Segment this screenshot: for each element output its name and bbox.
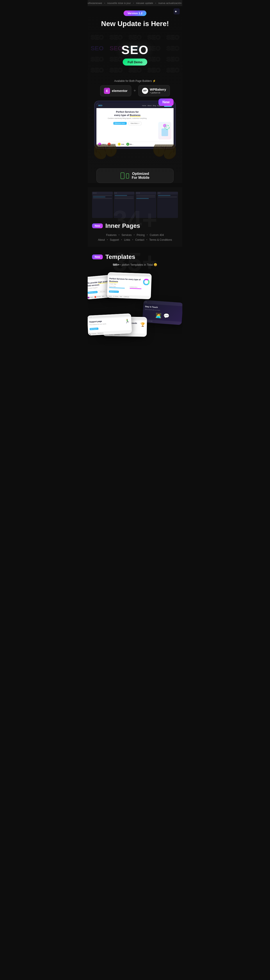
- link-services: Services: [121, 234, 132, 237]
- elementor-badge[interactable]: E elementor: [100, 85, 131, 96]
- hero-section: ✦ Version 1.2 New Update is Here! SEOSEO…: [88, 6, 182, 183]
- tablet-illustration: [158, 122, 171, 139]
- tablet-logo: SEO: [98, 104, 102, 107]
- tablet-headline: Perfect Services for every type of Busin…: [99, 110, 156, 117]
- seo-main-text: SEO: [121, 43, 149, 57]
- brand-icon: ✦: [174, 8, 180, 15]
- link-features: Features: [106, 234, 117, 237]
- tablet-sub: Combine seamlessly fitting layouts, cust…: [99, 118, 156, 119]
- ticker-bar: обновление • nouvelle mise à jour • nieu…: [88, 0, 182, 6]
- ticker-content: обновление • nouvelle mise à jour • nieu…: [88, 2, 182, 5]
- wpbakery-badge[interactable]: WP WPBakery + pixfort UI: [138, 85, 170, 96]
- tablet-view-btn[interactable]: View More ↗: [128, 122, 141, 125]
- templates-new-badge: New: [92, 255, 103, 259]
- templates-badge-row: New Templates: [92, 253, 178, 261]
- link-custom404: Custom 404: [150, 234, 164, 237]
- hero-title: New Update is Here!: [92, 19, 178, 28]
- tablet-section: New SEO Home About Blog Support Contact: [92, 101, 178, 162]
- template-card-4[interactable]: 🏃‍♂️ Support page Find solutions for you…: [88, 313, 132, 335]
- template-card-2[interactable]: Perfect Services for every type of Busin…: [107, 272, 152, 299]
- link-pricing: Pricing: [137, 234, 145, 237]
- mobile-optimized-badge: Optimized For Mobile: [96, 169, 174, 183]
- tablet-frame: SEO Home About Blog Support Contact Perf: [94, 101, 176, 149]
- hands-section: 🤲 🤲: [94, 145, 176, 162]
- phones-icon: [121, 172, 129, 179]
- inner-pages-links: Features • Services • Pricing • Custom 4…: [92, 233, 178, 242]
- templates-title: Templates: [105, 253, 135, 261]
- plus-divider: +: [133, 88, 136, 93]
- pixfort-label: + pixfort UI: [150, 92, 160, 94]
- wpbakery-label: WPBakery: [150, 88, 166, 91]
- available-text: Available for Both Page Builders ⚡: [92, 80, 178, 83]
- link-support: Support: [110, 238, 119, 242]
- tablet-demo-btn[interactable]: Discover more: [113, 122, 127, 125]
- templates-section: 35+ New Templates 585++ pixfort Template…: [88, 247, 182, 354]
- link-links: Links: [124, 238, 130, 242]
- inner-pages-title: Inner Pages: [105, 222, 140, 229]
- templates-subtitle: 585++ pixfort Templates in Total 😄: [92, 263, 178, 266]
- template-cards-container: 👩‍💼 We provide high quality & premium we…: [90, 271, 180, 347]
- link-contact: Contact: [135, 238, 144, 242]
- new-badge-tablet: New: [158, 99, 174, 106]
- page-builders-row: E elementor + WP WPBakery + pixfort UI: [92, 85, 178, 96]
- optimized-label: Optimized: [132, 172, 149, 176]
- template-card-2-body: Perfect Services for every type of Busin…: [107, 275, 152, 296]
- full-demo-button[interactable]: Full Demo: [123, 59, 147, 66]
- svg-text:✦: ✦: [174, 10, 177, 13]
- optimized-label2: For Mobile: [132, 176, 149, 180]
- elementor-icon: E: [104, 88, 110, 94]
- template-card-3[interactable]: Stay in Touch Get in touch with our team…: [142, 300, 182, 325]
- link-about: About: [98, 238, 105, 242]
- inner-pages-section: 34+ New Inner Pages Features • Services …: [88, 187, 182, 247]
- seo-background: SEOSEOSEOSEOSEO SEOSEOSEOSEOSEO SEOSEOSE…: [88, 32, 182, 76]
- inner-pages-badge-row: New Inner Pages: [92, 222, 178, 229]
- wpbakery-icon: WP: [142, 88, 148, 94]
- tablet-screen: SEO Home About Blog Support Contact Perf: [96, 103, 174, 146]
- version-badge: Version 1.2: [124, 11, 147, 16]
- elementor-label: elementor: [112, 89, 128, 92]
- pages-grid: [92, 192, 178, 218]
- inner-pages-new-badge: New: [92, 223, 103, 228]
- link-terms: Terms & Conditions: [149, 238, 172, 242]
